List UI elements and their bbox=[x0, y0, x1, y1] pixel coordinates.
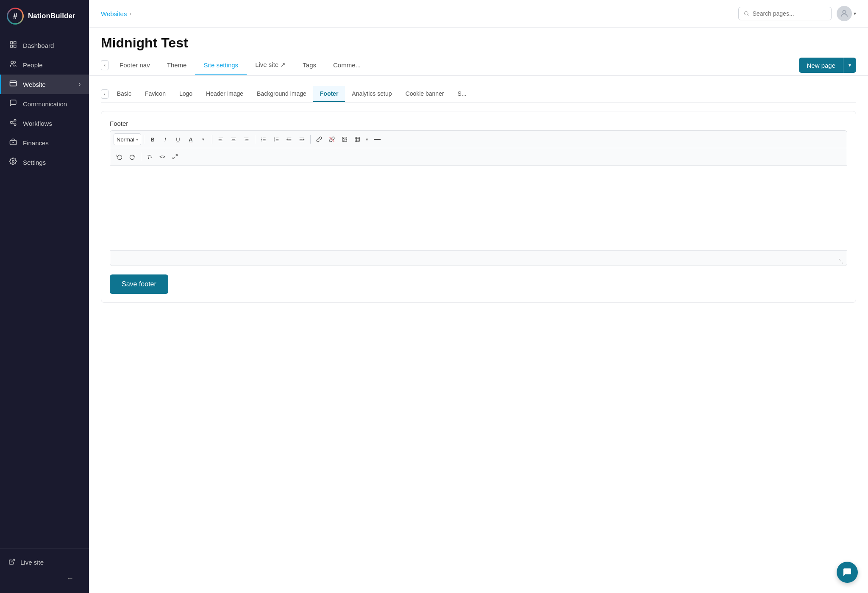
sub-tab-scroll-left-btn[interactable]: ‹ bbox=[101, 89, 108, 99]
svg-line-55 bbox=[173, 157, 175, 159]
format-select[interactable]: Normal ▾ bbox=[114, 133, 141, 145]
sidebar-item-finances[interactable]: Finances bbox=[0, 133, 89, 152]
align-center-button[interactable] bbox=[228, 133, 239, 145]
bullet-list-button[interactable] bbox=[258, 133, 270, 145]
sub-tab-footer[interactable]: Footer bbox=[313, 86, 345, 102]
search-input[interactable] bbox=[753, 10, 826, 17]
hr-button[interactable]: — bbox=[371, 133, 384, 145]
resize-dots-icon: ⋱ bbox=[838, 258, 843, 264]
footer-editor: Normal ▾ B I U A ▾ bbox=[110, 130, 847, 266]
fullscreen-button[interactable] bbox=[169, 151, 181, 163]
main-content: Websites › ▾ Midnight Test ‹ Footer nav … bbox=[89, 0, 868, 593]
svg-point-4 bbox=[11, 61, 14, 64]
svg-rect-5 bbox=[10, 81, 17, 86]
finances-icon bbox=[8, 138, 18, 147]
communication-icon bbox=[8, 99, 18, 108]
sidebar-bottom: Live site ← bbox=[0, 549, 89, 593]
sub-tab-s[interactable]: S... bbox=[451, 86, 473, 102]
sidebar-item-communication[interactable]: Communication bbox=[0, 94, 89, 114]
page-title-area: Midnight Test bbox=[89, 28, 868, 51]
sub-tab-background-image[interactable]: Background image bbox=[250, 86, 313, 102]
tab-comme[interactable]: Comme... bbox=[325, 56, 369, 75]
svg-point-48 bbox=[343, 138, 344, 139]
save-footer-button[interactable]: Save footer bbox=[110, 274, 168, 294]
sub-tab-analytics[interactable]: Analytics setup bbox=[345, 86, 398, 102]
source-code-button[interactable]: <> bbox=[156, 151, 168, 163]
align-right-button[interactable] bbox=[240, 133, 252, 145]
tab-live-site[interactable]: Live site ↗ bbox=[247, 56, 294, 75]
new-page-btn-wrapper: New page ▾ bbox=[799, 55, 856, 75]
sidebar-item-people[interactable]: People bbox=[0, 55, 89, 75]
sub-tab-bar: ‹ Basic Favicon Logo Header image Backgr… bbox=[101, 86, 856, 103]
table-dropdown-icon[interactable]: ▾ bbox=[364, 136, 370, 143]
underline-button[interactable]: U bbox=[172, 133, 184, 145]
top-header: Websites › ▾ bbox=[89, 0, 868, 28]
sidebar-item-label: Settings bbox=[23, 159, 46, 166]
website-icon bbox=[8, 80, 18, 89]
tab-site-settings[interactable]: Site settings bbox=[195, 56, 247, 75]
sidebar-logo: # NationBuilder bbox=[0, 0, 89, 32]
tab-scroll-left-btn[interactable]: ‹ bbox=[101, 60, 108, 70]
breadcrumb: Websites › bbox=[101, 10, 131, 17]
new-page-button[interactable]: New page ▾ bbox=[799, 58, 856, 73]
footer-editor-body[interactable] bbox=[110, 166, 847, 250]
tab-theme[interactable]: Theme bbox=[159, 56, 195, 75]
undo-button[interactable] bbox=[114, 151, 125, 163]
editor-resize-handle[interactable]: ⋱ bbox=[110, 250, 847, 266]
ordered-list-button[interactable]: 1.2.3. bbox=[270, 133, 282, 145]
indent-left-button[interactable] bbox=[283, 133, 295, 145]
sidebar-item-label: Communication bbox=[23, 100, 67, 108]
search-box[interactable] bbox=[738, 7, 832, 20]
chat-bubble-button[interactable] bbox=[837, 562, 858, 583]
table-button[interactable] bbox=[351, 133, 363, 145]
chat-icon bbox=[842, 567, 852, 577]
sidebar-live-site[interactable]: Live site bbox=[8, 554, 81, 571]
svg-point-32 bbox=[261, 139, 262, 140]
font-color-chevron[interactable]: ▾ bbox=[198, 133, 209, 145]
svg-point-14 bbox=[12, 161, 14, 163]
svg-rect-49 bbox=[355, 137, 360, 142]
content-area: ‹ Basic Favicon Logo Header image Backgr… bbox=[89, 76, 868, 593]
redo-button[interactable] bbox=[126, 151, 138, 163]
tab-footer-nav[interactable]: Footer nav bbox=[111, 56, 159, 75]
sub-tab-header-image[interactable]: Header image bbox=[199, 86, 250, 102]
svg-rect-0 bbox=[10, 42, 12, 44]
sub-tab-favicon[interactable]: Favicon bbox=[138, 86, 172, 102]
svg-line-17 bbox=[748, 14, 748, 15]
sidebar-item-website[interactable]: Website › bbox=[0, 75, 89, 94]
svg-point-18 bbox=[843, 11, 846, 14]
live-site-label: Live site bbox=[20, 559, 44, 566]
unlink-button[interactable] bbox=[326, 133, 338, 145]
clear-format-button[interactable]: Tx bbox=[144, 151, 156, 163]
link-button[interactable] bbox=[313, 133, 325, 145]
image-button[interactable] bbox=[339, 133, 351, 145]
user-menu[interactable]: ▾ bbox=[837, 6, 856, 21]
new-page-dropdown-icon[interactable]: ▾ bbox=[843, 58, 856, 72]
svg-point-7 bbox=[10, 122, 12, 124]
sub-tab-logo[interactable]: Logo bbox=[172, 86, 199, 102]
bold-button[interactable]: B bbox=[147, 133, 159, 145]
align-left-button[interactable] bbox=[215, 133, 227, 145]
toolbar-separator bbox=[255, 135, 255, 144]
tab-tags[interactable]: Tags bbox=[294, 56, 325, 75]
sidebar-collapse-btn[interactable]: ← bbox=[8, 571, 81, 586]
sidebar-item-dashboard[interactable]: Dashboard bbox=[0, 36, 89, 55]
font-color-button[interactable]: A bbox=[185, 133, 197, 145]
italic-button[interactable]: I bbox=[159, 133, 171, 145]
indent-right-button[interactable] bbox=[296, 133, 308, 145]
sub-tab-basic[interactable]: Basic bbox=[110, 86, 138, 102]
sidebar-item-settings[interactable]: Settings bbox=[0, 152, 89, 172]
user-chevron-icon: ▾ bbox=[854, 11, 856, 17]
breadcrumb-websites[interactable]: Websites bbox=[101, 10, 127, 17]
footer-section-label: Footer bbox=[110, 120, 847, 127]
svg-point-6 bbox=[14, 119, 16, 122]
sidebar-item-label: Website bbox=[23, 81, 46, 88]
sidebar-item-label: Dashboard bbox=[23, 42, 54, 49]
external-link-icon bbox=[8, 558, 15, 566]
svg-point-33 bbox=[261, 141, 262, 141]
toolbar-separator bbox=[310, 135, 311, 144]
settings-icon bbox=[8, 158, 18, 167]
sub-tab-cookie-banner[interactable]: Cookie banner bbox=[399, 86, 451, 102]
dashboard-icon bbox=[8, 41, 18, 50]
sidebar-item-workflows[interactable]: Workflows bbox=[0, 114, 89, 133]
